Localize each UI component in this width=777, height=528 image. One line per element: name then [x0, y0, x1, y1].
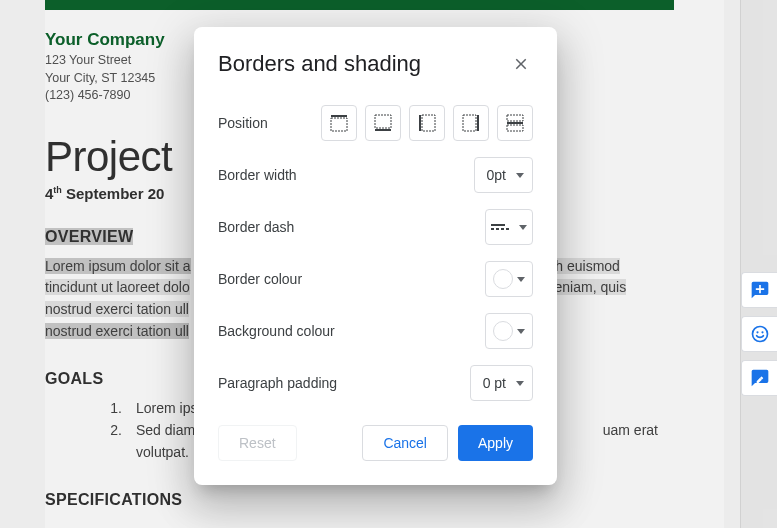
svg-point-12 — [756, 331, 758, 333]
svg-rect-4 — [419, 115, 421, 131]
dash-icon — [491, 224, 509, 230]
dialog-header: Borders and shading — [218, 51, 533, 77]
suggest-edit-icon — [750, 368, 770, 388]
border-dash-select[interactable] — [485, 209, 533, 245]
apply-button[interactable]: Apply — [458, 425, 533, 461]
emoji-reaction-button[interactable] — [741, 316, 777, 352]
paragraph-padding-select[interactable]: 0 pt — [470, 365, 533, 401]
svg-point-11 — [752, 327, 767, 342]
border-width-select[interactable]: 0pt — [474, 157, 533, 193]
border-dash-label: Border dash — [218, 219, 294, 235]
add-comment-icon — [750, 280, 770, 300]
list-number: 1. — [100, 398, 122, 420]
svg-rect-8 — [507, 122, 523, 124]
close-icon — [512, 55, 530, 73]
borders-shading-dialog: Borders and shading Position Border — [194, 27, 557, 485]
svg-rect-0 — [331, 115, 347, 117]
dialog-buttons: Reset Cancel Apply — [218, 425, 533, 461]
colour-swatch — [493, 269, 513, 289]
paragraph-padding-row: Paragraph padding 0 pt — [218, 357, 533, 409]
close-button[interactable] — [509, 52, 533, 76]
position-bottom-button[interactable] — [365, 105, 401, 141]
svg-rect-1 — [331, 118, 347, 131]
svg-rect-2 — [375, 129, 391, 131]
add-comment-button[interactable] — [741, 272, 777, 308]
list-number: 2. — [100, 420, 122, 463]
chevron-down-icon — [519, 225, 527, 230]
svg-rect-7 — [463, 115, 476, 131]
border-left-icon — [418, 114, 436, 132]
border-bottom-icon — [374, 114, 392, 132]
background-colour-label: Background colour — [218, 323, 335, 339]
svg-rect-5 — [422, 115, 435, 131]
right-side-rail — [741, 272, 777, 396]
svg-rect-3 — [375, 115, 391, 128]
colour-swatch — [493, 321, 513, 341]
border-width-label: Border width — [218, 167, 297, 183]
suggest-edits-button[interactable] — [741, 360, 777, 396]
svg-rect-9 — [507, 115, 523, 121]
position-buttons — [321, 105, 533, 141]
position-top-button[interactable] — [321, 105, 357, 141]
border-colour-label: Border colour — [218, 271, 302, 287]
border-colour-row: Border colour — [218, 253, 533, 305]
svg-rect-6 — [477, 115, 479, 131]
position-right-button[interactable] — [453, 105, 489, 141]
chevron-down-icon — [516, 381, 524, 386]
svg-rect-10 — [507, 125, 523, 131]
cancel-button[interactable]: Cancel — [362, 425, 448, 461]
header-accent-bar — [45, 0, 674, 10]
position-row: Position — [218, 97, 533, 149]
chevron-down-icon — [516, 173, 524, 178]
position-label: Position — [218, 115, 268, 131]
emoji-icon — [750, 324, 770, 344]
svg-point-13 — [761, 331, 763, 333]
paragraph-padding-value: 0 pt — [483, 375, 506, 391]
position-left-button[interactable] — [409, 105, 445, 141]
position-between-button[interactable] — [497, 105, 533, 141]
dialog-title: Borders and shading — [218, 51, 421, 77]
border-width-row: Border width 0pt — [218, 149, 533, 201]
reset-button[interactable]: Reset — [218, 425, 297, 461]
border-dash-row: Border dash — [218, 201, 533, 253]
background-colour-select[interactable] — [485, 313, 533, 349]
text-selection: Lorem ipsum dolor sit a — [45, 258, 191, 274]
border-top-icon — [330, 114, 348, 132]
text-selection: nostrud exerci tation ull — [45, 323, 189, 339]
paragraph-padding-label: Paragraph padding — [218, 375, 337, 391]
chevron-down-icon — [517, 277, 525, 282]
text-selection: OVERVIEW — [45, 228, 133, 245]
border-between-icon — [506, 114, 524, 132]
background-colour-row: Background colour — [218, 305, 533, 357]
specifications-heading: SPECIFICATIONS — [45, 491, 674, 509]
border-right-icon — [462, 114, 480, 132]
border-width-value: 0pt — [487, 167, 506, 183]
border-colour-select[interactable] — [485, 261, 533, 297]
chevron-down-icon — [517, 329, 525, 334]
